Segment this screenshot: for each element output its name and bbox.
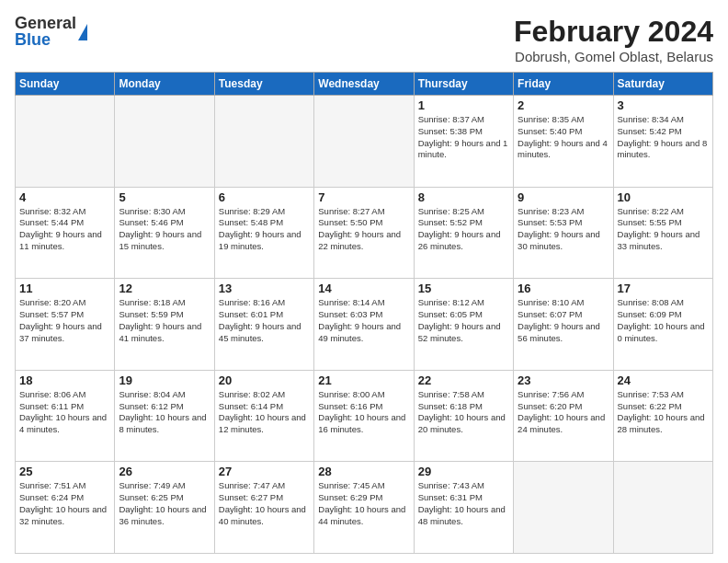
calendar-week-row: 1Sunrise: 8:37 AM Sunset: 5:38 PM Daylig… — [16, 96, 713, 188]
calendar-cell: 3Sunrise: 8:34 AM Sunset: 5:42 PM Daylig… — [613, 96, 712, 188]
day-info: Sunrise: 8:14 AM Sunset: 6:03 PM Dayligh… — [318, 297, 409, 344]
day-of-week-header: Sunday — [16, 73, 115, 96]
calendar-cell: 8Sunrise: 8:25 AM Sunset: 5:52 PM Daylig… — [414, 187, 513, 279]
calendar-cell: 14Sunrise: 8:14 AM Sunset: 6:03 PM Dayli… — [314, 279, 414, 371]
day-number: 4 — [19, 190, 110, 204]
calendar-cell: 5Sunrise: 8:30 AM Sunset: 5:46 PM Daylig… — [115, 187, 214, 279]
day-info: Sunrise: 8:10 AM Sunset: 6:07 PM Dayligh… — [518, 297, 609, 344]
day-info: Sunrise: 7:56 AM Sunset: 6:20 PM Dayligh… — [518, 389, 609, 436]
day-number: 7 — [318, 190, 409, 204]
calendar-week-row: 18Sunrise: 8:06 AM Sunset: 6:11 PM Dayli… — [16, 370, 713, 462]
day-number: 1 — [418, 98, 509, 112]
logo: General Blue — [15, 15, 87, 48]
calendar-cell: 10Sunrise: 8:22 AM Sunset: 5:55 PM Dayli… — [613, 187, 712, 279]
day-number: 9 — [518, 190, 609, 204]
calendar-cell: 29Sunrise: 7:43 AM Sunset: 6:31 PM Dayli… — [414, 462, 513, 554]
day-number: 8 — [418, 190, 509, 204]
day-of-week-header: Saturday — [613, 73, 712, 96]
calendar-cell — [613, 462, 712, 554]
calendar-week-row: 11Sunrise: 8:20 AM Sunset: 5:57 PM Dayli… — [16, 279, 713, 371]
day-info: Sunrise: 8:35 AM Sunset: 5:40 PM Dayligh… — [518, 114, 609, 161]
day-info: Sunrise: 8:27 AM Sunset: 5:50 PM Dayligh… — [318, 206, 409, 253]
logo-blue: Blue — [15, 31, 76, 48]
day-of-week-header: Thursday — [414, 73, 513, 96]
calendar-cell: 11Sunrise: 8:20 AM Sunset: 5:57 PM Dayli… — [16, 279, 115, 371]
day-number: 3 — [618, 98, 709, 112]
calendar-cell: 1Sunrise: 8:37 AM Sunset: 5:38 PM Daylig… — [414, 96, 513, 188]
day-info: Sunrise: 8:30 AM Sunset: 5:46 PM Dayligh… — [119, 206, 210, 253]
day-number: 14 — [318, 282, 409, 295]
calendar-cell: 9Sunrise: 8:23 AM Sunset: 5:53 PM Daylig… — [514, 187, 613, 279]
calendar-cell: 2Sunrise: 8:35 AM Sunset: 5:40 PM Daylig… — [514, 96, 613, 188]
day-number: 10 — [618, 190, 709, 204]
day-number: 11 — [19, 282, 110, 295]
day-info: Sunrise: 7:45 AM Sunset: 6:29 PM Dayligh… — [318, 480, 409, 527]
calendar-cell — [16, 96, 115, 188]
subtitle: Dobrush, Gomel Oblast, Belarus — [514, 49, 713, 64]
day-info: Sunrise: 8:12 AM Sunset: 6:05 PM Dayligh… — [418, 297, 509, 344]
day-number: 21 — [318, 373, 409, 387]
day-number: 18 — [19, 373, 110, 387]
day-number: 27 — [219, 465, 310, 478]
day-number: 2 — [518, 98, 609, 112]
calendar-week-row: 4Sunrise: 8:32 AM Sunset: 5:44 PM Daylig… — [16, 187, 713, 279]
calendar-cell: 24Sunrise: 7:53 AM Sunset: 6:22 PM Dayli… — [613, 370, 712, 462]
calendar-cell: 21Sunrise: 8:00 AM Sunset: 6:16 PM Dayli… — [314, 370, 414, 462]
calendar-cell — [115, 96, 214, 188]
logo-text: General Blue — [15, 15, 76, 48]
calendar-header: SundayMondayTuesdayWednesdayThursdayFrid… — [16, 73, 713, 96]
day-info: Sunrise: 8:16 AM Sunset: 6:01 PM Dayligh… — [219, 297, 310, 344]
day-number: 24 — [618, 373, 709, 387]
calendar-cell: 19Sunrise: 8:04 AM Sunset: 6:12 PM Dayli… — [115, 370, 214, 462]
calendar-cell — [214, 96, 313, 188]
main-title: February 2024 — [514, 15, 713, 49]
day-info: Sunrise: 8:32 AM Sunset: 5:44 PM Dayligh… — [19, 206, 110, 253]
day-info: Sunrise: 7:58 AM Sunset: 6:18 PM Dayligh… — [418, 389, 509, 436]
day-number: 28 — [318, 465, 409, 478]
title-block: February 2024 Dobrush, Gomel Oblast, Bel… — [514, 15, 713, 64]
day-info: Sunrise: 7:47 AM Sunset: 6:27 PM Dayligh… — [219, 480, 310, 527]
day-info: Sunrise: 7:49 AM Sunset: 6:25 PM Dayligh… — [119, 480, 210, 527]
day-number: 19 — [119, 373, 210, 387]
calendar-cell: 18Sunrise: 8:06 AM Sunset: 6:11 PM Dayli… — [16, 370, 115, 462]
day-number: 15 — [418, 282, 509, 295]
logo-triangle-icon — [78, 24, 87, 40]
calendar: SundayMondayTuesdayWednesdayThursdayFrid… — [15, 72, 713, 554]
day-info: Sunrise: 7:53 AM Sunset: 6:22 PM Dayligh… — [618, 389, 709, 436]
day-info: Sunrise: 8:23 AM Sunset: 5:53 PM Dayligh… — [518, 206, 609, 253]
day-info: Sunrise: 8:04 AM Sunset: 6:12 PM Dayligh… — [119, 389, 210, 436]
calendar-cell: 15Sunrise: 8:12 AM Sunset: 6:05 PM Dayli… — [414, 279, 513, 371]
logo-general: General — [15, 15, 76, 31]
day-of-week-header: Monday — [115, 73, 214, 96]
calendar-cell: 27Sunrise: 7:47 AM Sunset: 6:27 PM Dayli… — [214, 462, 313, 554]
calendar-cell: 20Sunrise: 8:02 AM Sunset: 6:14 PM Dayli… — [214, 370, 313, 462]
day-number: 12 — [119, 282, 210, 295]
calendar-cell: 16Sunrise: 8:10 AM Sunset: 6:07 PM Dayli… — [514, 279, 613, 371]
day-number: 17 — [618, 282, 709, 295]
calendar-cell: 13Sunrise: 8:16 AM Sunset: 6:01 PM Dayli… — [214, 279, 313, 371]
day-number: 29 — [418, 465, 509, 478]
calendar-cell: 25Sunrise: 7:51 AM Sunset: 6:24 PM Dayli… — [16, 462, 115, 554]
calendar-cell: 17Sunrise: 8:08 AM Sunset: 6:09 PM Dayli… — [613, 279, 712, 371]
day-info: Sunrise: 8:18 AM Sunset: 5:59 PM Dayligh… — [119, 297, 210, 344]
day-info: Sunrise: 8:25 AM Sunset: 5:52 PM Dayligh… — [418, 206, 509, 253]
day-info: Sunrise: 8:29 AM Sunset: 5:48 PM Dayligh… — [219, 206, 310, 253]
calendar-week-row: 25Sunrise: 7:51 AM Sunset: 6:24 PM Dayli… — [16, 462, 713, 554]
calendar-body: 1Sunrise: 8:37 AM Sunset: 5:38 PM Daylig… — [16, 96, 713, 554]
calendar-cell: 28Sunrise: 7:45 AM Sunset: 6:29 PM Dayli… — [314, 462, 414, 554]
day-info: Sunrise: 8:22 AM Sunset: 5:55 PM Dayligh… — [618, 206, 709, 253]
calendar-cell — [314, 96, 414, 188]
day-info: Sunrise: 8:37 AM Sunset: 5:38 PM Dayligh… — [418, 114, 509, 161]
calendar-cell — [514, 462, 613, 554]
day-info: Sunrise: 8:02 AM Sunset: 6:14 PM Dayligh… — [219, 389, 310, 436]
page: General Blue February 2024 Dobrush, Gome… — [0, 0, 728, 563]
day-info: Sunrise: 7:43 AM Sunset: 6:31 PM Dayligh… — [418, 480, 509, 527]
calendar-cell: 7Sunrise: 8:27 AM Sunset: 5:50 PM Daylig… — [314, 187, 414, 279]
calendar-cell: 23Sunrise: 7:56 AM Sunset: 6:20 PM Dayli… — [514, 370, 613, 462]
day-number: 16 — [518, 282, 609, 295]
day-number: 6 — [219, 190, 310, 204]
day-of-week-header: Wednesday — [314, 73, 414, 96]
day-number: 22 — [418, 373, 509, 387]
day-number: 13 — [219, 282, 310, 295]
day-info: Sunrise: 8:34 AM Sunset: 5:42 PM Dayligh… — [618, 114, 709, 161]
